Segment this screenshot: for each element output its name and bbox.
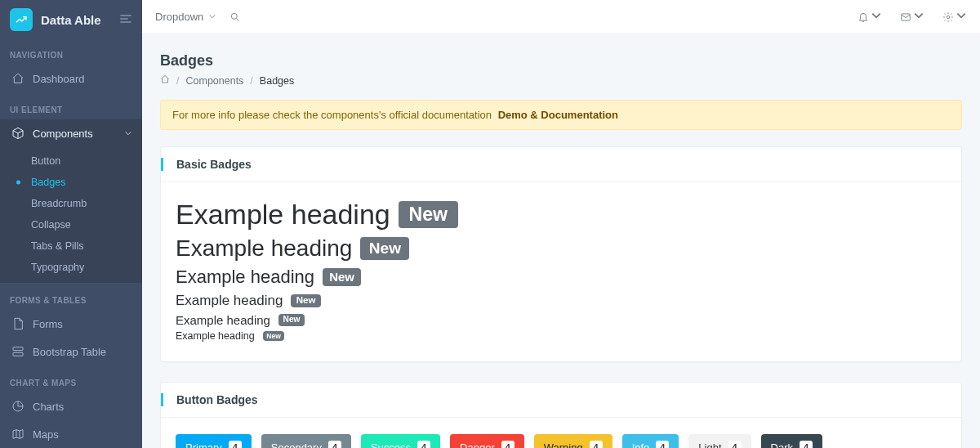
sub-item-tabs-pills[interactable]: Tabs & Pills [0, 235, 142, 257]
sub-item-breadcrumb[interactable]: Breadcrumb [0, 193, 142, 214]
sidebar-item-charts[interactable]: Charts [0, 392, 142, 420]
gear-icon[interactable] [942, 10, 967, 24]
breadcrumb-components[interactable]: Components [185, 75, 243, 87]
button-label: Dark [771, 441, 793, 449]
example-heading-h1: Example heading New [176, 199, 947, 231]
sidebar-item-label: Forms [33, 318, 63, 330]
nav-section-ui-element: UI ELEMENT [0, 92, 142, 119]
svg-rect-3 [13, 347, 23, 351]
heading-text: Example heading [176, 330, 255, 342]
badge-button-light[interactable]: Light4 [688, 434, 751, 448]
card-accent-bar [161, 158, 163, 171]
heading-text: Example heading [176, 267, 314, 288]
brand-title: Datta Able [41, 13, 101, 27]
topbar-dropdown[interactable]: Dropdown [155, 11, 216, 23]
sidebar-item-label: Components [33, 128, 93, 140]
file-icon [11, 317, 24, 330]
chevron-down-icon [208, 11, 216, 23]
status-badge: New [323, 268, 361, 286]
example-heading-h2: Example heading New [176, 235, 947, 262]
svg-point-9 [947, 16, 950, 19]
badge-button-info[interactable]: Info4 [622, 434, 679, 448]
sidebar-item-components[interactable]: Components [0, 119, 142, 147]
badge-button-danger[interactable]: Danger4 [450, 434, 524, 448]
button-count-badge: 4 [728, 441, 742, 448]
alert-link[interactable]: Demo & Documentation [498, 109, 618, 121]
page-title: Badges [160, 52, 962, 69]
search-icon[interactable] [229, 11, 241, 23]
heading-text: Example heading [176, 235, 352, 262]
home-icon [11, 72, 24, 85]
main-column: Dropdown [142, 0, 980, 448]
button-count-badge: 4 [229, 441, 242, 448]
sidebar-item-label: Dashboard [33, 73, 85, 85]
badge-button-dark[interactable]: Dark4 [761, 434, 822, 448]
card-title: Button Badges [176, 393, 258, 406]
heading-text: Example heading [176, 313, 270, 327]
map-icon [11, 428, 24, 441]
pie-chart-icon [11, 400, 24, 413]
badge-button-primary[interactable]: Primary4 [176, 434, 252, 448]
sub-item-typography[interactable]: Typography [0, 257, 142, 278]
sub-item-badges[interactable]: Badges [0, 172, 142, 193]
sidebar-item-forms[interactable]: Forms [0, 310, 142, 338]
button-label: Warning [544, 441, 583, 449]
page-body: Badges / Components / Badges For more in… [142, 34, 980, 448]
topbar: Dropdown [142, 0, 980, 34]
sidebar-item-label: Maps [33, 428, 59, 441]
button-badge-row: Primary4Secondary4Success4Danger4Warning… [176, 434, 947, 448]
nav-section-navigation: NAVIGATION [0, 38, 142, 65]
info-alert: For more info please check the component… [160, 100, 962, 130]
status-badge: New [278, 314, 305, 326]
example-heading-h5: Example heading New [176, 313, 947, 327]
sub-item-button[interactable]: Button [0, 150, 142, 172]
mail-icon[interactable] [900, 10, 924, 24]
server-icon [11, 345, 24, 358]
card-accent-bar [161, 393, 163, 406]
box-icon [11, 127, 24, 140]
sidebar-item-label: Charts [33, 401, 64, 413]
dropdown-label: Dropdown [155, 11, 203, 23]
button-count-badge: 4 [501, 441, 514, 448]
badge-button-secondary[interactable]: Secondary4 [261, 434, 351, 448]
sidebar-item-bootstrap-table[interactable]: Bootstrap Table [0, 338, 142, 365]
example-heading-h3: Example heading New [176, 267, 947, 288]
button-count-badge: 4 [417, 441, 430, 448]
chevron-down-icon [913, 10, 924, 24]
chevron-down-icon [956, 10, 967, 24]
sidebar-item-dashboard[interactable]: Dashboard [0, 65, 142, 92]
bell-icon[interactable] [858, 10, 882, 24]
nav-section-forms-tables: FORMS & TABLES [0, 283, 142, 310]
button-count-badge: 4 [800, 441, 813, 448]
breadcrumb: / Components / Badges [160, 74, 962, 87]
card-basic-badges: Basic Badges Example heading New Example… [160, 146, 962, 362]
brand[interactable]: Datta Able [0, 0, 142, 38]
card-button-badges: Button Badges Primary4Secondary4Success4… [160, 382, 962, 448]
example-heading-h4: Example heading New [176, 293, 947, 309]
chevron-down-icon [871, 10, 882, 24]
sidebar-toggle-icon[interactable] [119, 14, 132, 26]
button-label: Secondary [271, 441, 322, 449]
status-badge: New [263, 331, 285, 341]
sidebar: Datta Able NAVIGATION Dashboard UI ELEME… [0, 0, 142, 448]
chevron-down-icon [124, 128, 132, 140]
heading-text: Example heading [176, 293, 283, 309]
svg-rect-4 [13, 352, 23, 356]
button-count-badge: 4 [590, 441, 603, 448]
button-label: Success [371, 441, 411, 449]
home-icon[interactable] [160, 74, 170, 87]
button-label: Light [698, 441, 721, 449]
status-badge: New [399, 201, 458, 228]
status-badge: New [360, 237, 409, 259]
badge-button-warning[interactable]: Warning4 [534, 434, 612, 448]
brand-logo-icon [10, 8, 33, 31]
heading-text: Example heading [176, 199, 390, 231]
svg-point-6 [232, 13, 238, 19]
sub-item-collapse[interactable]: Collapse [0, 214, 142, 235]
breadcrumb-sep: / [176, 75, 179, 87]
badge-button-success[interactable]: Success4 [361, 434, 440, 448]
sidebar-item-label: Bootstrap Table [33, 346, 106, 358]
alert-text: For more info please check the component… [172, 109, 492, 121]
components-submenu: Button Badges Breadcrumb Collapse Tabs &… [0, 147, 142, 283]
sidebar-item-maps[interactable]: Maps [0, 420, 142, 448]
